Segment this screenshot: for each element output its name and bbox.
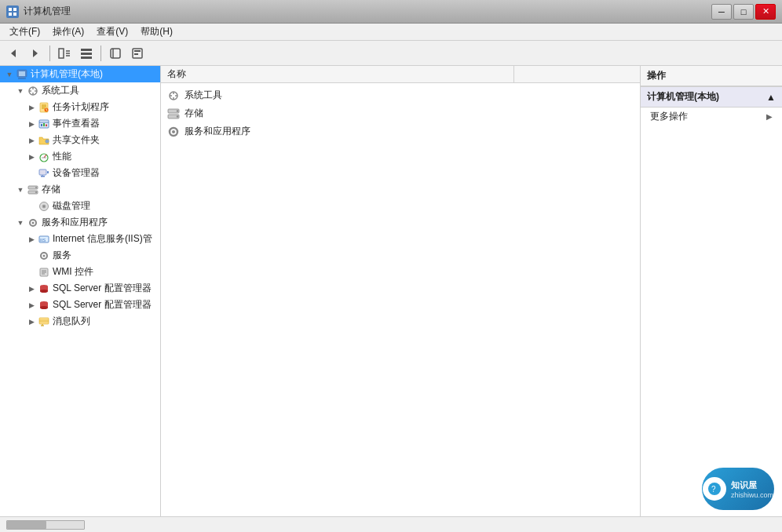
- svg-marker-5: [33, 49, 38, 57]
- tree-label-services: 服务和应用程序: [42, 216, 108, 229]
- tree-item-root[interactable]: ▼ 计算机管理(本地): [0, 66, 160, 82]
- main-container: ▼ 计算机管理(本地) ▼ 系统工具 ▶ 任务计划程序 ▶: [0, 66, 782, 516]
- tree-item-iis[interactable]: ▶ IIS Internet 信息服务(IIS)管: [0, 231, 160, 247]
- tree-item-svc[interactable]: 服务: [0, 247, 160, 264]
- more-actions-item[interactable]: 更多操作 ▶: [641, 107, 782, 126]
- action-header: 操作: [641, 66, 782, 87]
- list-body: 系统工具 存储 服务和应用程序: [161, 83, 640, 144]
- action-pane: 操作 计算机管理(本地) ▲ 更多操作 ▶: [641, 66, 782, 516]
- tree-item-disk[interactable]: 磁盘管理: [0, 198, 160, 214]
- tree-label-disk: 磁盘管理: [53, 199, 90, 213]
- center-pane: 名称 系统工具 存储 服务和应用程序: [161, 66, 641, 516]
- tree-label-task: 任务计划程序: [53, 100, 109, 114]
- svg-rect-17: [134, 53, 138, 55]
- tree-label-device: 设备管理器: [53, 166, 100, 180]
- tree-item-shared[interactable]: ▶ 共享文件夹: [0, 132, 160, 148]
- perf-icon: [38, 151, 50, 163]
- svg-rect-37: [43, 123, 45, 126]
- svg-point-52: [35, 191, 37, 193]
- svg-rect-3: [13, 13, 16, 16]
- services-list-icon: [167, 126, 180, 138]
- properties-button[interactable]: [127, 44, 148, 63]
- svg-point-84: [177, 110, 178, 111]
- expand-arrow: ▼: [3, 71, 16, 78]
- svg-rect-2: [9, 13, 12, 16]
- svg-rect-11: [81, 53, 92, 55]
- systemtools-list-icon: [167, 89, 180, 102]
- show-tree-button[interactable]: [54, 44, 75, 63]
- back-button[interactable]: [3, 44, 24, 63]
- tree-item-perf[interactable]: ▶ 性能: [0, 148, 160, 165]
- watermark: ? 知识屋 zhishiwu.com: [702, 468, 774, 510]
- wmi-icon: [38, 266, 50, 279]
- svg-rect-46: [47, 171, 49, 173]
- tree-item-event[interactable]: ▶ 事件查看器: [0, 115, 160, 132]
- tree-label-sql2: SQL Server 配置管理器: [53, 298, 152, 312]
- list-view-button[interactable]: [76, 44, 97, 63]
- tree-item-device[interactable]: 设备管理器: [0, 165, 160, 181]
- menu-help[interactable]: 帮助(H): [134, 24, 179, 40]
- disk-icon: [38, 200, 50, 213]
- menu-action[interactable]: 操作(A): [46, 24, 90, 40]
- status-bar: [0, 516, 782, 532]
- menu-bar: 文件(F) 操作(A) 查看(V) 帮助(H): [0, 24, 782, 41]
- services-list-label: 服务和应用程序: [185, 125, 250, 138]
- tree-label-wmi: WMI 控件: [53, 265, 93, 279]
- tree-item-msgqueue[interactable]: ▶ 消息队列: [0, 313, 160, 330]
- expand-arrow: ▶: [25, 137, 38, 144]
- tree-label-sql1: SQL Server 配置管理器: [53, 282, 152, 295]
- task-icon: [38, 101, 50, 114]
- toolbar: [0, 41, 782, 66]
- maximize-button[interactable]: □: [733, 4, 754, 20]
- tree-item-sql2[interactable]: ▶ SQL Server 配置管理器: [0, 297, 160, 313]
- minimize-button[interactable]: ─: [711, 4, 732, 20]
- list-item[interactable]: 存储: [161, 104, 640, 122]
- tree-item-sql1[interactable]: ▶ SQL Server 配置管理器: [0, 280, 160, 297]
- svg-rect-13: [111, 49, 120, 58]
- svg-rect-10: [81, 49, 92, 51]
- tree-label-storage: 存储: [42, 183, 60, 196]
- watermark-line2: zhishiwu.com: [731, 491, 773, 499]
- collapse-icon[interactable]: ▲: [766, 92, 776, 103]
- tree-pane: ▼ 计算机管理(本地) ▼ 系统工具 ▶ 任务计划程序 ▶: [0, 66, 161, 516]
- action-section-title: 计算机管理(本地) ▲: [641, 87, 782, 107]
- horizontal-scrollbar[interactable]: [6, 520, 85, 530]
- expand-arrow: ▶: [25, 318, 38, 326]
- help-button[interactable]: [105, 44, 126, 63]
- tree-label-iis: Internet 信息服务(IIS)管: [53, 232, 152, 246]
- tree-item-services[interactable]: ▼ 服务和应用程序: [0, 214, 160, 231]
- svg-rect-20: [20, 77, 24, 78]
- svg-rect-16: [134, 50, 141, 52]
- tree-item-task[interactable]: ▶ 任务计划程序: [0, 99, 160, 115]
- forward-button[interactable]: [25, 44, 46, 63]
- tree-item-wmi[interactable]: WMI 控件: [0, 264, 160, 280]
- tree-item-storage[interactable]: ▼ 存储: [0, 181, 160, 198]
- menu-file[interactable]: 文件(F): [3, 24, 46, 40]
- storage-list-label: 存储: [185, 107, 203, 120]
- event-icon: [38, 118, 50, 130]
- shared-icon: [38, 134, 50, 147]
- svg-point-85: [177, 115, 178, 117]
- services-icon: [27, 217, 39, 229]
- watermark-text: 知识屋 zhishiwu.com: [731, 479, 773, 499]
- svg-line-43: [44, 155, 46, 158]
- tree-label-svc: 服务: [53, 249, 71, 262]
- more-actions-arrow: ▶: [766, 112, 773, 121]
- list-header: 名称: [161, 66, 640, 83]
- menu-view[interactable]: 查看(V): [90, 24, 134, 40]
- computer-icon: [16, 68, 28, 81]
- expand-arrow: ▶: [25, 301, 38, 309]
- toolbar-separator-2: [100, 46, 101, 61]
- svg-rect-38: [46, 124, 47, 126]
- list-item[interactable]: 服务和应用程序: [161, 122, 640, 140]
- window-controls: ─ □ ✕: [711, 4, 776, 20]
- close-button[interactable]: ✕: [755, 4, 776, 20]
- title-bar: 计算机管理 ─ □ ✕: [0, 0, 782, 24]
- list-item[interactable]: 系统工具: [161, 86, 640, 104]
- tree-label-root: 计算机管理(本地): [31, 67, 103, 81]
- tree-item-systemtools[interactable]: ▼ 系统工具: [0, 82, 160, 99]
- sql2-icon: [38, 299, 50, 312]
- window-title: 计算机管理: [24, 5, 71, 18]
- svg-rect-6: [59, 49, 64, 58]
- systemtools-list-label: 系统工具: [185, 89, 222, 102]
